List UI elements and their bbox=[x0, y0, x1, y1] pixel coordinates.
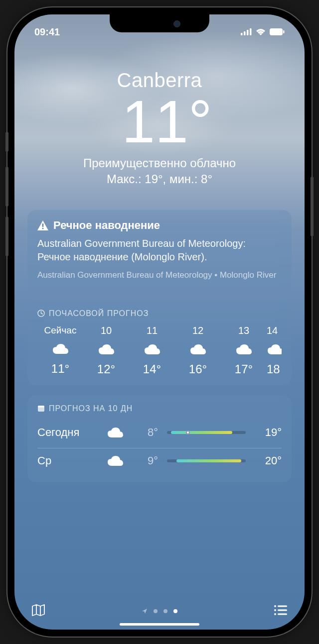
location-arrow-icon bbox=[142, 608, 148, 614]
day-condition-icon bbox=[106, 427, 124, 438]
hour-label: 12 bbox=[192, 325, 203, 336]
day-condition-icon bbox=[106, 455, 124, 467]
daily-row[interactable]: Сегодня 8° 19° bbox=[37, 420, 282, 448]
svg-point-15 bbox=[274, 613, 276, 615]
svg-rect-1 bbox=[244, 31, 246, 35]
power-button[interactable] bbox=[311, 177, 314, 236]
phone-frame: 09:41 Canberra 11° Преимущ bbox=[7, 7, 312, 637]
page-dot bbox=[154, 609, 158, 613]
temp-range-bar bbox=[167, 459, 246, 462]
current-condition: Преимущественно облачно bbox=[27, 156, 292, 170]
day-high: 19° bbox=[255, 426, 282, 439]
svg-rect-14 bbox=[278, 610, 287, 611]
warning-icon bbox=[37, 220, 48, 230]
day-name: Ср bbox=[37, 454, 97, 467]
cloud-icon bbox=[235, 343, 252, 355]
page-dot bbox=[163, 609, 167, 613]
svg-rect-5 bbox=[283, 30, 285, 33]
hour-item[interactable]: Сейчас11° bbox=[37, 325, 83, 376]
hourly-header: ПОЧАСОВОЙ ПРОГНОЗ bbox=[37, 309, 282, 318]
svg-rect-16 bbox=[278, 614, 287, 615]
list-button[interactable] bbox=[274, 605, 288, 618]
home-indicator[interactable] bbox=[120, 623, 199, 626]
svg-rect-3 bbox=[250, 28, 252, 35]
current-temperature: 11° bbox=[42, 92, 292, 151]
cloud-icon bbox=[107, 455, 124, 467]
wifi-icon bbox=[256, 28, 266, 36]
weather-content[interactable]: Canberra 11° Преимущественно облачно Мак… bbox=[14, 14, 305, 630]
hour-item[interactable]: 1216° bbox=[175, 325, 221, 376]
cloud-icon bbox=[189, 343, 206, 355]
cellular-icon bbox=[241, 28, 252, 35]
volume-up-button[interactable] bbox=[5, 167, 8, 207]
daily-forecast-card[interactable]: ПРОГНОЗ НА 10 ДН Сегодня 8° 19° Ср 9° 20… bbox=[27, 395, 292, 482]
hour-item[interactable]: 1317° bbox=[221, 325, 267, 376]
hour-label: 13 bbox=[238, 325, 249, 336]
hourly-row[interactable]: Сейчас11°1012°1114°1216°1317°1418 bbox=[37, 325, 282, 376]
temp-range-bar bbox=[167, 431, 246, 434]
calendar-icon bbox=[37, 405, 45, 412]
hour-item[interactable]: 1114° bbox=[129, 325, 175, 376]
svg-rect-10 bbox=[38, 406, 44, 408]
page-dot-active bbox=[173, 609, 177, 613]
hourly-header-label: ПОЧАСОВОЙ ПРОГНОЗ bbox=[49, 309, 149, 318]
day-low: 8° bbox=[133, 426, 158, 439]
high-low-text: Макс.: 19°, мин.: 8° bbox=[27, 172, 292, 186]
alert-source: Australian Government Bureau of Meteorol… bbox=[37, 270, 282, 281]
daily-row[interactable]: Ср 9° 20° bbox=[37, 448, 282, 473]
svg-rect-0 bbox=[241, 33, 243, 35]
clock-icon bbox=[37, 310, 45, 317]
hour-temp: 11° bbox=[51, 362, 69, 376]
hourly-forecast-card[interactable]: ПОЧАСОВОЙ ПРОГНОЗ Сейчас11°1012°1114°121… bbox=[27, 300, 292, 385]
svg-rect-4 bbox=[270, 28, 283, 35]
alert-header: Речное наводнение bbox=[37, 219, 282, 232]
notch bbox=[110, 14, 209, 32]
cloud-icon bbox=[144, 343, 160, 355]
hour-temp: 16° bbox=[189, 362, 207, 376]
status-indicators bbox=[241, 28, 285, 36]
day-low: 9° bbox=[133, 454, 158, 467]
hour-item[interactable]: 1012° bbox=[83, 325, 129, 376]
screen: 09:41 Canberra 11° Преимущ bbox=[14, 14, 305, 630]
alert-body: Australian Government Bureau of Meteorol… bbox=[37, 237, 282, 264]
weather-alert-card[interactable]: Речное наводнение Australian Government … bbox=[27, 210, 292, 290]
toolbar bbox=[14, 604, 305, 619]
svg-point-7 bbox=[42, 228, 44, 229]
mute-switch[interactable] bbox=[5, 132, 8, 152]
volume-down-button[interactable] bbox=[5, 216, 8, 256]
cloud-icon bbox=[107, 427, 124, 438]
svg-rect-12 bbox=[278, 606, 287, 607]
hour-label: 14 bbox=[267, 325, 278, 336]
cloud-icon bbox=[267, 343, 282, 355]
page-indicator[interactable] bbox=[142, 608, 177, 614]
day-name: Сегодня bbox=[37, 426, 97, 439]
hour-label: 11 bbox=[147, 325, 158, 336]
hour-temp: 14° bbox=[143, 362, 161, 376]
svg-point-13 bbox=[274, 609, 276, 611]
hour-temp: 17° bbox=[235, 362, 253, 376]
hour-temp: 18 bbox=[267, 362, 280, 376]
daily-header: ПРОГНОЗ НА 10 ДН bbox=[37, 404, 282, 413]
svg-rect-2 bbox=[247, 30, 249, 35]
day-high: 20° bbox=[255, 454, 282, 467]
hour-item[interactable]: 1418 bbox=[267, 325, 282, 376]
svg-point-11 bbox=[274, 605, 276, 607]
hour-label: 10 bbox=[101, 325, 112, 336]
hour-temp: 12° bbox=[97, 362, 115, 376]
battery-icon bbox=[270, 28, 285, 35]
alert-title: Речное наводнение bbox=[53, 219, 160, 232]
cloud-icon bbox=[98, 343, 115, 355]
daily-header-label: ПРОГНОЗ НА 10 ДН bbox=[49, 404, 133, 413]
cloud-icon bbox=[52, 343, 69, 355]
map-button[interactable] bbox=[31, 604, 45, 619]
status-time: 09:41 bbox=[34, 26, 60, 38]
svg-rect-6 bbox=[42, 223, 44, 227]
hour-label: Сейчас bbox=[44, 325, 77, 336]
